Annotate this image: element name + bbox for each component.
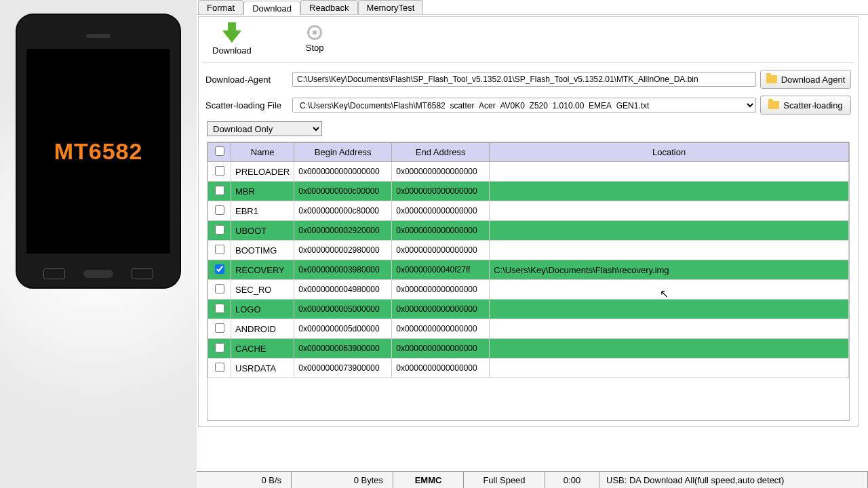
row-name: BOOTIMG <box>231 241 294 260</box>
tab-format[interactable]: Format <box>198 0 243 14</box>
row-name: CACHE <box>231 339 294 359</box>
row-location <box>490 359 849 378</box>
row-name: EBR1 <box>231 201 294 221</box>
row-location: C:\Users\Key\Documents\Flash\recovery.im… <box>490 260 849 280</box>
back-key-icon <box>132 268 153 279</box>
scatter-loading-button[interactable]: Scatter-loading <box>760 96 851 115</box>
row-name: PRELOADER <box>231 162 294 182</box>
table-row[interactable]: USRDATA0x00000000739000000x0000000000000… <box>208 359 849 378</box>
header-checkbox[interactable] <box>208 143 231 162</box>
status-time: 0:00 <box>545 472 599 488</box>
tab-download[interactable]: Download <box>243 1 300 15</box>
row-name: RECOVERY <box>231 260 294 280</box>
row-location <box>490 300 849 319</box>
download-agent-label: Download-Agent <box>205 75 288 85</box>
scatter-file-select[interactable]: C:\Users\Key\Documents\Flash\MT6582_scat… <box>292 98 756 113</box>
folder-icon <box>766 75 777 83</box>
chipset-label: MT6582 <box>54 138 143 165</box>
table-row[interactable]: BOOTIMG0x00000000029800000x0000000000000… <box>208 241 849 260</box>
header-location[interactable]: Location <box>490 143 849 162</box>
download-agent-input[interactable] <box>292 72 756 87</box>
row-checkbox[interactable] <box>208 221 231 241</box>
row-begin: 0x0000000073900000 <box>294 359 392 378</box>
table-row[interactable]: UBOOT0x00000000029200000x000000000000000… <box>208 221 849 241</box>
download-button[interactable]: Download <box>212 22 252 56</box>
status-storage: EMMC <box>393 472 464 488</box>
row-begin: 0x0000000005d00000 <box>294 319 392 339</box>
table-row[interactable]: SEC_RO0x00000000049800000x00000000000000… <box>208 280 849 300</box>
row-name: UBOOT <box>231 221 294 241</box>
row-location <box>490 182 849 201</box>
row-name: USRDATA <box>231 359 294 378</box>
row-end: 0x0000000000000000 <box>392 319 490 339</box>
row-end: 0x0000000000000000 <box>392 359 490 378</box>
row-begin: 0x0000000000c80000 <box>294 201 392 221</box>
row-location <box>490 319 849 339</box>
device-preview-pane: MT6582 <box>0 0 197 488</box>
row-location <box>490 201 849 221</box>
home-key-icon <box>83 270 113 278</box>
row-checkbox[interactable] <box>208 280 231 300</box>
stop-icon <box>307 25 322 40</box>
stop-label: Stop <box>306 43 324 53</box>
header-end[interactable]: End Address <box>392 143 490 162</box>
tab-readback[interactable]: Readback <box>300 0 358 14</box>
tab-memorytest[interactable]: MemoryTest <box>358 0 424 14</box>
row-location <box>490 280 849 300</box>
row-end: 0x0000000000000000 <box>392 280 490 300</box>
row-begin: 0x0000000004980000 <box>294 280 392 300</box>
table-row[interactable]: LOGO0x00000000050000000x0000000000000000 <box>208 300 849 319</box>
row-end: 0x0000000000000000 <box>392 221 490 241</box>
row-name: SEC_RO <box>231 280 294 300</box>
row-checkbox[interactable] <box>208 319 231 339</box>
row-begin: 0x0000000002920000 <box>294 221 392 241</box>
row-begin: 0x0000000063900000 <box>294 339 392 359</box>
row-checkbox[interactable] <box>208 241 231 260</box>
status-usb-speed: Full Speed <box>464 472 545 488</box>
menu-key-icon <box>43 268 65 279</box>
download-arrow-icon <box>222 30 241 43</box>
row-checkbox[interactable] <box>208 182 231 201</box>
status-mode: USB: DA Download All(full speed,auto det… <box>599 472 868 488</box>
download-mode-select[interactable]: Download Only <box>207 121 322 136</box>
row-location <box>490 339 849 359</box>
table-row[interactable]: MBR0x0000000000c000000x0000000000000000 <box>208 182 849 201</box>
row-location <box>490 162 849 182</box>
row-checkbox[interactable] <box>208 359 231 378</box>
row-name: ANDROID <box>231 319 294 339</box>
download-label: Download <box>212 45 252 56</box>
row-checkbox[interactable] <box>208 201 231 221</box>
row-location <box>490 241 849 260</box>
header-name[interactable]: Name <box>231 143 294 162</box>
row-end: 0x0000000000000000 <box>392 182 490 201</box>
row-begin: 0x0000000002980000 <box>294 241 392 260</box>
row-name: MBR <box>231 182 294 201</box>
row-end: 0x0000000000000000 <box>392 201 490 221</box>
status-speed: 0 B/s <box>197 472 292 488</box>
table-row[interactable]: ANDROID0x0000000005d000000x0000000000000… <box>208 319 849 339</box>
phone-mockup: MT6582 <box>16 14 181 289</box>
row-begin: 0x0000000005000000 <box>294 300 392 319</box>
row-end: 0x0000000000000000 <box>392 241 490 260</box>
row-end: 0x0000000000000000 <box>392 162 490 182</box>
status-bytes: 0 Bytes <box>292 472 393 488</box>
table-row[interactable]: CACHE0x00000000639000000x000000000000000… <box>208 339 849 359</box>
row-checkbox[interactable] <box>208 162 231 182</box>
scatter-file-label: Scatter-loading File <box>205 100 288 110</box>
row-begin: 0x0000000000c00000 <box>294 182 392 201</box>
status-bar: 0 B/s 0 Bytes EMMC Full Speed 0:00 USB: … <box>197 471 868 488</box>
row-end: 0x0000000000000000 <box>392 339 490 359</box>
table-row[interactable]: EBR10x0000000000c800000x0000000000000000 <box>208 201 849 221</box>
table-row[interactable]: RECOVERY0x00000000039800000x00000000040f… <box>208 260 849 280</box>
table-row[interactable]: PRELOADER0x00000000000000000x00000000000… <box>208 162 849 182</box>
row-checkbox[interactable] <box>208 339 231 359</box>
row-location <box>490 221 849 241</box>
partition-table: Name Begin Address End Address Location … <box>207 142 850 421</box>
header-begin[interactable]: Begin Address <box>294 143 392 162</box>
row-checkbox[interactable] <box>208 260 231 280</box>
stop-button[interactable]: Stop <box>306 22 324 56</box>
row-begin: 0x0000000000000000 <box>294 162 392 182</box>
download-agent-button[interactable]: Download Agent <box>760 70 851 89</box>
row-checkbox[interactable] <box>208 300 231 319</box>
row-name: LOGO <box>231 300 294 319</box>
